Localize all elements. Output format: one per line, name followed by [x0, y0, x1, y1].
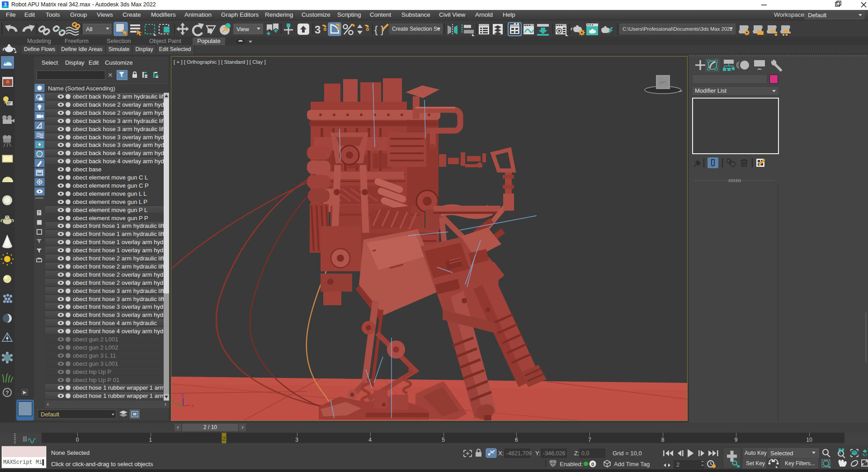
svg-text:Auto Key: Auto Key: [745, 450, 767, 456]
svg-text:View: View: [236, 26, 250, 33]
svg-text:0: 0: [591, 462, 594, 467]
svg-text:Key Filters...: Key Filters...: [785, 460, 815, 467]
svg-text:Add Time Tag: Add Time Tag: [614, 461, 650, 467]
svg-text:X: X: [191, 404, 194, 408]
svg-text:C:\Users\Professional\Document: C:\Users\Professional\Documents\3ds Max …: [623, 26, 733, 32]
svg-text:Set Key: Set Key: [746, 460, 765, 467]
svg-text:Grid = 10,0: Grid = 10,0: [613, 450, 642, 457]
svg-text:Selected: Selected: [770, 450, 793, 457]
svg-text:LEFT: LEFT: [659, 81, 666, 84]
svg-text:Y:: Y:: [535, 450, 541, 457]
svg-text:0,0: 0,0: [581, 450, 589, 457]
svg-text:3: 3: [4, 2, 6, 7]
svg-text:2: 2: [676, 462, 679, 468]
svg-text:Enabled:: Enabled:: [560, 461, 583, 467]
svg-text:Z:: Z:: [574, 450, 580, 457]
svg-text:{: {: [374, 24, 377, 35]
svg-text:?: ?: [5, 390, 9, 396]
svg-text:-4821,709: -4821,709: [506, 450, 532, 457]
svg-text:All: All: [86, 26, 93, 33]
svg-text:-346,026: -346,026: [543, 450, 565, 457]
svg-text:Z: Z: [181, 393, 184, 397]
svg-text:X:: X:: [498, 450, 504, 457]
svg-text:3: 3: [315, 24, 321, 36]
svg-text:Create Selection Se: Create Selection Se: [392, 26, 440, 32]
svg-text:y: y: [172, 399, 174, 404]
